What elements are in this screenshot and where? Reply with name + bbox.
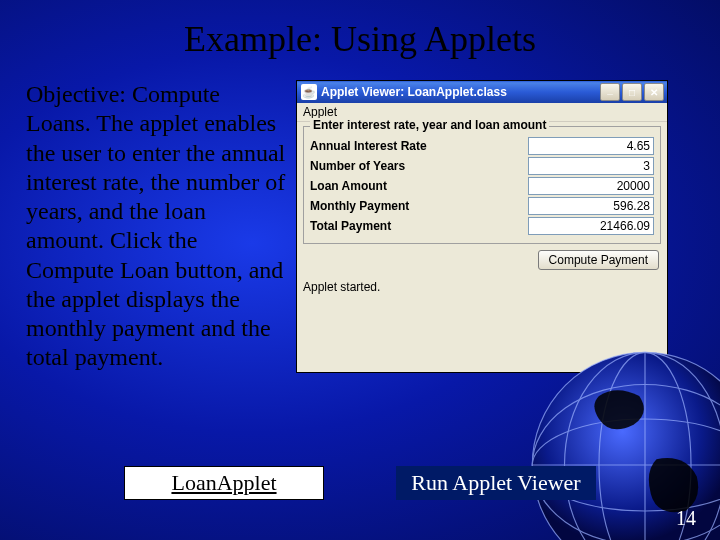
slide-title: Example: Using Applets — [0, 0, 720, 60]
amount-label: Loan Amount — [310, 179, 387, 193]
close-button[interactable]: ✕ — [644, 83, 664, 101]
compute-payment-button[interactable]: Compute Payment — [538, 250, 659, 270]
monthly-label: Monthly Payment — [310, 199, 409, 213]
window-title: Applet Viewer: LoanApplet.class — [321, 85, 600, 99]
objective-text: Objective: Compute Loans. The applet ena… — [26, 80, 288, 373]
minimize-button[interactable]: _ — [600, 83, 620, 101]
input-group: Enter interest rate, year and loan amoun… — [303, 126, 661, 244]
total-output: 21466.09 — [528, 217, 654, 235]
applet-viewer-window: Applet Viewer: LoanApplet.class _ □ ✕ Ap… — [296, 80, 668, 373]
amount-input[interactable]: 20000 — [528, 177, 654, 195]
java-icon — [301, 84, 317, 100]
total-label: Total Payment — [310, 219, 391, 233]
status-text: Applet started. — [297, 278, 667, 298]
rate-label: Annual Interest Rate — [310, 139, 427, 153]
svg-point-5 — [565, 352, 721, 540]
titlebar: Applet Viewer: LoanApplet.class _ □ ✕ — [297, 81, 667, 103]
run-applet-viewer-button[interactable]: Run Applet Viewer — [396, 466, 596, 500]
years-label: Number of Years — [310, 159, 405, 173]
maximize-button[interactable]: □ — [622, 83, 642, 101]
page-number: 14 — [676, 507, 696, 530]
group-title: Enter interest rate, year and loan amoun… — [310, 118, 549, 132]
years-input[interactable]: 3 — [528, 157, 654, 175]
loan-applet-link[interactable]: LoanApplet — [124, 466, 324, 500]
rate-input[interactable]: 4.65 — [528, 137, 654, 155]
monthly-output: 596.28 — [528, 197, 654, 215]
